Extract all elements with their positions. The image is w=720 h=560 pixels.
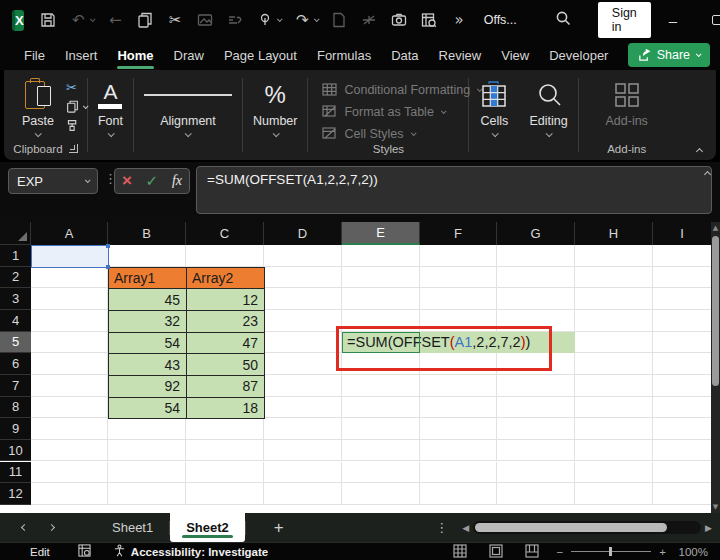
cell-H9[interactable]	[575, 418, 653, 440]
cell-A5[interactable]	[31, 332, 108, 354]
ribbon-tab-formulas[interactable]: Formulas	[307, 43, 381, 68]
cell-H8[interactable]	[575, 397, 653, 419]
row-header-8[interactable]: 8	[0, 397, 31, 419]
sign-in-button[interactable]: Sign in	[598, 2, 651, 38]
cell-F12[interactable]	[420, 483, 497, 505]
cell-H5[interactable]	[575, 332, 653, 354]
cell-E10[interactable]	[342, 440, 420, 462]
cell-F6[interactable]	[420, 353, 497, 375]
table-value-C6[interactable]: 50	[186, 353, 265, 376]
styles-item-format-as-table[interactable]: Format as Table	[322, 104, 481, 119]
ribbon-tab-draw[interactable]: Draw	[164, 43, 214, 68]
scroll-up-icon[interactable]: ▲	[711, 224, 720, 232]
row-header-7[interactable]: 7	[0, 375, 31, 397]
cell-H6[interactable]	[575, 353, 653, 375]
cell-E1[interactable]	[342, 245, 420, 267]
row-header-4[interactable]: 4	[0, 310, 31, 332]
normal-view-icon[interactable]	[453, 544, 467, 560]
table-value-C8[interactable]: 18	[186, 397, 265, 420]
cell-A9[interactable]	[31, 418, 108, 440]
sheet-tab-sheet1[interactable]: Sheet1	[96, 513, 169, 542]
row-header-10[interactable]: 10	[0, 440, 31, 462]
cell-I4[interactable]	[653, 310, 712, 332]
scroll-down-icon[interactable]: ▼	[711, 503, 720, 511]
ribbon-tab-view[interactable]: View	[491, 43, 539, 68]
cell-A3[interactable]	[31, 288, 108, 310]
cell-A10[interactable]	[31, 440, 108, 462]
cell-H2[interactable]	[575, 267, 653, 289]
undo-icon[interactable]: ↶	[70, 12, 87, 29]
cell-G11[interactable]	[497, 462, 575, 484]
cell-D6[interactable]	[264, 353, 342, 375]
cell-A7[interactable]	[31, 375, 108, 397]
table-value-C4[interactable]: 23	[186, 310, 265, 333]
cell-B12[interactable]	[108, 483, 186, 505]
cell-I2[interactable]	[653, 267, 712, 289]
touch-mode-icon[interactable]	[257, 12, 274, 29]
copy-icon[interactable]	[137, 12, 154, 29]
paste-button[interactable]: Paste	[12, 76, 64, 139]
cell-F8[interactable]	[420, 397, 497, 419]
ribbon-tab-developer[interactable]: Developer	[539, 43, 618, 68]
draw-table-icon[interactable]	[361, 12, 378, 29]
cell-E12[interactable]	[342, 483, 420, 505]
cells-button[interactable]: Cells	[469, 76, 519, 139]
paste-picture-icon[interactable]	[197, 12, 214, 29]
cell-B11[interactable]	[108, 462, 186, 484]
cell-A11[interactable]	[31, 462, 108, 484]
cell-D3[interactable]	[264, 288, 342, 310]
cell-C10[interactable]	[186, 440, 264, 462]
cell-G10[interactable]	[497, 440, 575, 462]
cell-G6[interactable]	[497, 353, 575, 375]
alignment-button[interactable]: Alignment	[134, 76, 242, 139]
search-icon[interactable]	[555, 10, 572, 31]
vertical-scrollbar[interactable]: ▲ ▼	[711, 222, 720, 513]
column-header-A[interactable]: A	[31, 222, 108, 245]
addins-button[interactable]: Add-ins	[595, 76, 657, 130]
next-sheet-icon[interactable]	[48, 524, 55, 531]
scroll-right-icon[interactable]: ▶	[705, 523, 712, 533]
row-header-3[interactable]: 3	[0, 288, 31, 310]
table-value-C3[interactable]: 12	[186, 288, 265, 311]
cut-button[interactable]: ✂	[66, 80, 87, 95]
cell-D9[interactable]	[264, 418, 342, 440]
cell-I7[interactable]	[653, 375, 712, 397]
accessibility-icon[interactable]	[113, 544, 126, 559]
row-header-9[interactable]: 9	[0, 418, 31, 440]
camera-icon[interactable]	[391, 12, 408, 29]
row-header-6[interactable]: 6	[0, 353, 31, 375]
cell-H7[interactable]	[575, 375, 653, 397]
vertical-scrollbar-thumb[interactable]	[712, 236, 719, 386]
cell-E6[interactable]	[342, 353, 420, 375]
page-break-view-icon[interactable]	[525, 544, 539, 560]
cell-H12[interactable]	[575, 483, 653, 505]
cell-I5[interactable]	[653, 332, 712, 354]
toolbar-overflow-icon[interactable]: »	[451, 12, 468, 29]
column-header-F[interactable]: F	[420, 222, 497, 245]
ribbon-tab-insert[interactable]: Insert	[55, 43, 108, 68]
copy-button[interactable]	[66, 99, 87, 114]
format-painter-button[interactable]	[66, 118, 87, 133]
column-header-G[interactable]: G	[497, 222, 575, 245]
table-value-C5[interactable]: 47	[186, 332, 265, 355]
cell-I8[interactable]	[653, 397, 712, 419]
cell-G7[interactable]	[497, 375, 575, 397]
cell-G8[interactable]	[497, 397, 575, 419]
ribbon-tab-file[interactable]: File	[14, 43, 55, 68]
cell-D2[interactable]	[264, 267, 342, 289]
column-header-D[interactable]: D	[264, 222, 342, 245]
zoom-out-icon[interactable]: −	[557, 546, 564, 558]
cell-G3[interactable]	[497, 288, 575, 310]
cell-I3[interactable]	[653, 288, 712, 310]
cell-H10[interactable]	[575, 440, 653, 462]
cell-C9[interactable]	[186, 418, 264, 440]
ribbon-tab-page-layout[interactable]: Page Layout	[214, 43, 307, 68]
sheet-tab-sheet2[interactable]: Sheet2	[170, 513, 245, 542]
clipboard-dialog-launcher-icon[interactable]	[69, 144, 78, 153]
cell-B10[interactable]	[108, 440, 186, 462]
table-value-B7[interactable]: 92	[108, 375, 187, 398]
zoom-slider-thumb[interactable]	[609, 547, 612, 556]
cell-D5[interactable]	[264, 332, 342, 354]
cell-F11[interactable]	[420, 462, 497, 484]
cell-I6[interactable]	[653, 353, 712, 375]
